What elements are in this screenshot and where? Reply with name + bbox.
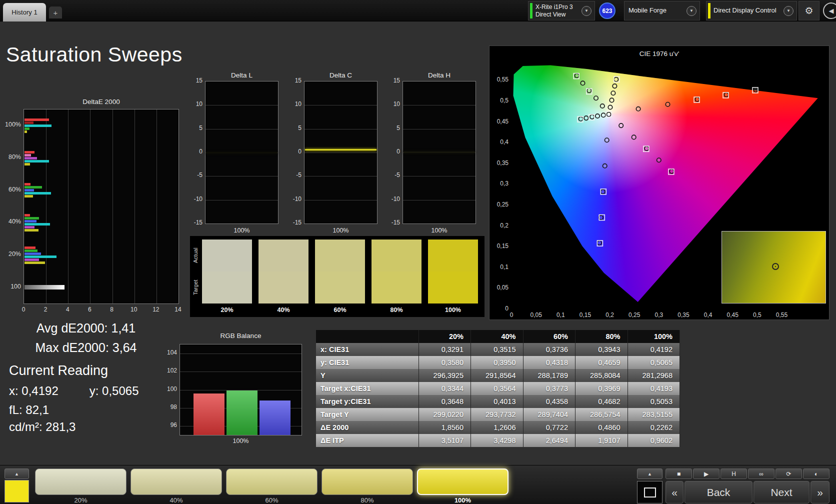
play-button[interactable]: ▶ bbox=[693, 468, 720, 479]
swatch-label: 80% bbox=[372, 306, 422, 314]
gridline bbox=[403, 200, 476, 200]
meter-mode-button[interactable]: ◐ bbox=[803, 468, 830, 479]
y-tick-label: 0 bbox=[182, 148, 202, 155]
current-fl-value: fL: 82,1 bbox=[9, 403, 49, 417]
max-de2000-value: Max dE2000: 3,64 bbox=[8, 340, 164, 355]
y-tick-label: 0,2 bbox=[490, 222, 508, 229]
y-tick-label: 0,1 bbox=[490, 264, 508, 270]
y-tick-label: 10 bbox=[282, 100, 302, 108]
patch-button-40pct[interactable] bbox=[130, 468, 222, 495]
swatch-actual bbox=[372, 240, 422, 272]
table-cell: 0,4013 bbox=[471, 395, 524, 408]
back-button[interactable]: Back bbox=[684, 481, 752, 504]
de-bar bbox=[24, 214, 30, 216]
row-label: y: CIE31 bbox=[316, 356, 418, 369]
gridline bbox=[68, 110, 68, 304]
row-label: Y bbox=[316, 369, 418, 382]
measurement-point bbox=[608, 105, 612, 109]
chevron-down-icon[interactable]: ▼ bbox=[784, 6, 794, 16]
rgb-balance-chart: RGB Balance 100% 1041021009896 bbox=[150, 331, 306, 443]
patch-button-label: 40% bbox=[130, 496, 222, 504]
de-bar bbox=[24, 163, 30, 166]
de-bar bbox=[24, 130, 27, 133]
de-bar bbox=[24, 220, 36, 222]
measurement-point bbox=[610, 98, 614, 102]
patch-button-80pct[interactable] bbox=[322, 468, 413, 495]
add-tab-button[interactable]: + bbox=[49, 6, 62, 18]
previous-page-button[interactable]: « bbox=[666, 481, 684, 504]
y-tick-label: -10 bbox=[380, 196, 400, 202]
display-control-label: Direct Display Control bbox=[714, 6, 780, 14]
table-cell: 0,5065 bbox=[628, 356, 680, 369]
measurement-point bbox=[598, 241, 602, 245]
collapse-panel-button[interactable]: ◀ bbox=[823, 2, 836, 19]
patch-button-20pct[interactable] bbox=[35, 468, 126, 495]
tab-history-1[interactable]: History 1 bbox=[3, 3, 46, 22]
shortcut-h-button[interactable]: H bbox=[720, 468, 747, 479]
expand-patch-panel-button[interactable]: ▲ bbox=[4, 468, 29, 479]
table-row: ΔE ITP3,51073,42982,64941,91070,9602 bbox=[316, 434, 680, 447]
stop-button[interactable]: ■ bbox=[666, 468, 692, 479]
de-bar bbox=[24, 217, 39, 220]
swatch-actual bbox=[202, 240, 252, 272]
loop-button[interactable]: ⟳ bbox=[776, 468, 802, 479]
table-cell: 296,3925 bbox=[418, 369, 471, 382]
next-page-button[interactable]: » bbox=[810, 481, 830, 504]
patch-button-100pct[interactable] bbox=[417, 468, 508, 495]
current-reading-xy: x: 0,4192 y: 0,5065 bbox=[9, 384, 139, 398]
de-bar bbox=[24, 160, 49, 162]
actual-target-strip: Actual Target 20%40%60%80%100% bbox=[190, 236, 484, 317]
swatch-target bbox=[315, 272, 365, 304]
swatch-label: 20% bbox=[202, 306, 252, 314]
de-bar bbox=[24, 122, 34, 124]
delta-h-chart: Delta H 100% 151050-5-10-15 bbox=[380, 70, 480, 238]
gridline bbox=[134, 110, 135, 304]
settings-button[interactable]: ⚙ bbox=[798, 1, 820, 20]
target-row-label: Target bbox=[192, 272, 200, 304]
y-tick-label: 0,15 bbox=[490, 242, 508, 250]
expand-controls-button[interactable]: ▲ bbox=[637, 468, 662, 479]
display-control-selector[interactable]: Direct Display Control ▼ bbox=[706, 1, 797, 20]
y-tick-label: 100 bbox=[150, 386, 177, 392]
delta-h-plot bbox=[402, 81, 476, 224]
chart-title: RGB Balance bbox=[180, 332, 302, 340]
continuous-button[interactable]: ∞ bbox=[748, 468, 774, 479]
next-button[interactable]: Next bbox=[754, 481, 810, 504]
de-bar bbox=[24, 124, 52, 127]
de-bar bbox=[24, 157, 37, 160]
x-tick-label: 0,2 bbox=[599, 312, 621, 318]
patch-button-60pct[interactable] bbox=[226, 468, 318, 495]
current-cdm2-value: cd/m²: 281,3 bbox=[9, 420, 76, 434]
measurement-point bbox=[596, 114, 600, 118]
row-label: x: CIE31 bbox=[316, 343, 418, 356]
gridline bbox=[180, 354, 302, 354]
fullscreen-patch-button[interactable] bbox=[637, 481, 662, 504]
source-selector[interactable]: Mobile Forge ▼ bbox=[624, 1, 700, 20]
meter-selector[interactable]: X-Rite i1Pro 3 Direct View ▼ bbox=[528, 1, 595, 20]
chevron-down-icon[interactable]: ▼ bbox=[686, 6, 696, 16]
y-tick-label: 10 bbox=[182, 100, 202, 108]
swatch-target bbox=[428, 272, 478, 304]
table-cell: 1,8560 bbox=[418, 421, 471, 434]
de-bar bbox=[24, 256, 56, 258]
swatch-target bbox=[372, 272, 422, 304]
table-row: y: CIE310,35800,39500,43180,46590,5065 bbox=[316, 356, 680, 369]
measurement-point bbox=[612, 84, 616, 88]
y-tick-label: 0 bbox=[380, 148, 400, 155]
x-tick-label: 0 bbox=[16, 306, 31, 313]
swatch-label: 60% bbox=[315, 306, 365, 314]
gridline bbox=[46, 110, 46, 304]
table-header: 20%40%60%80%100% bbox=[316, 330, 680, 343]
table-cell: 0,9602 bbox=[628, 434, 680, 447]
shortcut-h-icon: H bbox=[732, 470, 736, 478]
cie-1976-panel: CIE 1976 u'v' 00,050,10,150,20,250,30,35… bbox=[489, 46, 830, 320]
chevron-down-icon[interactable]: ▼ bbox=[582, 6, 592, 16]
current-patch-indicator bbox=[4, 480, 29, 502]
patch-button-label: 80% bbox=[322, 496, 413, 504]
measurement-point bbox=[614, 78, 618, 82]
x-tick-label: 0,35 bbox=[672, 312, 694, 318]
measurement-point bbox=[666, 102, 670, 106]
table-cell: 3,4298 bbox=[471, 434, 524, 447]
row-label: Target Y bbox=[316, 408, 418, 421]
x-tick-label: 0,4 bbox=[697, 312, 719, 318]
